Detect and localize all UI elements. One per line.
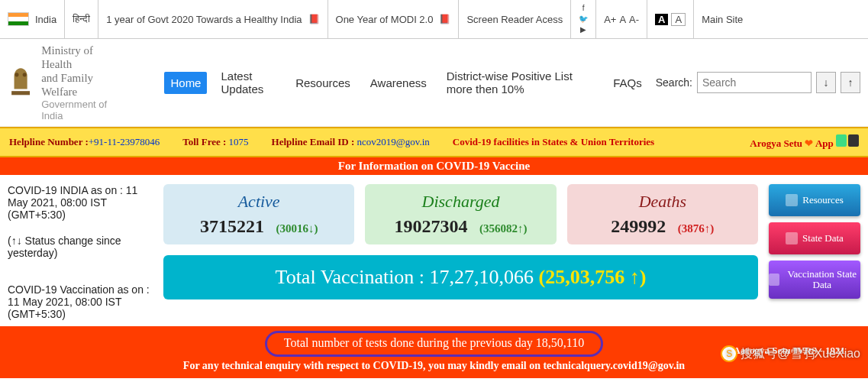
android-icon[interactable] [836,134,847,147]
footer-banner: Total number of tests done during the pr… [0,326,868,378]
syringe-icon [769,274,779,286]
arogya-setu-link[interactable]: Arogya Setu ❤ App [750,134,859,150]
deaths-card: Deaths 249992 (3876↑) [567,184,758,244]
nav-district-list[interactable]: District-wise Positive List more then 10… [440,65,599,100]
active-value: 3715221 [200,216,264,237]
country-label: India [35,14,56,25]
left-context-labels: COVID-19 INDIA as on : 11 May 2021, 08:0… [8,184,153,320]
discharged-heading: Discharged [374,192,547,212]
status-change-note: (↑↓ Status change since yesterday) [8,235,153,259]
vaccination-value: 17,27,10,066 [430,266,534,288]
vaccination-card: Total Vaccination : 17,27,10,066 (25,03,… [163,255,758,299]
main-site-link[interactable]: Main Site [694,0,750,38]
arogya-ivrs-label: Aarogya Setu IVRS - 1921 [734,345,845,357]
deaths-heading: Deaths [576,192,749,212]
main-nav: Home Latest Updates Resources Awareness … [164,65,647,100]
helpline-number: Helpline Number :+91-11-23978046 [9,136,160,148]
search-input[interactable] [697,72,812,93]
org-sub: Government of India [41,99,118,121]
discharged-card: Discharged 19027304 (356082↑) [365,184,556,244]
contrast-light-button[interactable]: A [671,13,686,26]
heart-icon: ❤ [805,138,813,149]
nav-home[interactable]: Home [164,72,207,94]
state-data-icon [786,232,798,244]
govt-year-link[interactable]: 1 year of Govt 2020 Towards a Healthy In… [98,0,328,38]
state-data-button[interactable]: State Data [769,222,860,254]
screen-reader-link[interactable]: Screen Reader Acess [459,0,571,38]
resources-button[interactable]: Resources [769,184,860,216]
contrast-dark-button[interactable]: A [655,14,668,25]
vaccination-delta: (25,03,756 ↑) [539,266,647,288]
asof-label: COVID-19 INDIA as on : 11 May 2021, 08:0… [8,184,153,221]
discharged-value: 19027304 [394,216,467,237]
active-delta: (30016↓) [276,222,318,235]
search-area: Search: ↓ ↑ [656,72,860,93]
technical-enquiry-note: For any technical enquiry with respect t… [8,360,860,372]
apple-icon[interactable] [848,134,859,147]
country-selector[interactable]: India [0,0,65,38]
vaccine-info-banner[interactable]: For Information on COVID-19 Vaccine [0,157,868,175]
deaths-delta: (3876↑) [678,222,715,235]
svg-point-2 [23,73,27,76]
org-title: Ministry of Health and Family Welfare Go… [41,44,118,121]
stats-row: Active 3715221 (30016↓) Discharged 19027… [163,184,758,244]
dashboard-main: COVID-19 INDIA as on : 11 May 2021, 08:0… [0,175,868,326]
scroll-up-button[interactable]: ↑ [841,72,860,93]
nav-latest-updates[interactable]: Latest Updates [215,65,282,100]
flag-india-icon [8,12,29,26]
app-store-icons[interactable] [836,134,859,147]
stats-container: Active 3715221 (30016↓) Discharged 19027… [163,184,758,320]
national-emblem-icon [8,62,34,104]
nav-awareness[interactable]: Awareness [364,72,433,94]
toll-free: Toll Free : 1075 [182,136,248,148]
helpline-bar: Helpline Number :+91-11-23978046 Toll Fr… [0,127,868,157]
utility-bar: India हिन्दी 1 year of Govt 2020 Towards… [0,0,868,39]
font-normal-button[interactable]: A [619,14,626,25]
vaccination-state-data-button[interactable]: Vaccination State Data [769,261,860,299]
deaths-value: 249992 [611,216,666,237]
font-size-tools: A+ A A- [596,0,647,38]
language-link[interactable]: हिन्दी [65,0,98,38]
site-header: Ministry of Health and Family Welfare Go… [0,39,868,127]
contrast-tools: A A [647,0,694,38]
svg-rect-0 [11,91,30,95]
search-label: Search: [656,76,692,89]
active-card: Active 3715221 (30016↓) [163,184,354,244]
resources-icon [786,194,798,206]
facilities-link[interactable]: Covid-19 facilities in States & Union Te… [453,136,654,148]
twitter-icon[interactable]: 🐦 [579,15,588,23]
resource-buttons: Resources State Data Vaccination State D… [769,184,860,320]
vaccination-label: Total Vaccination : [276,266,425,288]
active-heading: Active [173,192,345,212]
scroll-down-button[interactable]: ↓ [816,72,836,93]
nav-resources[interactable]: Resources [289,72,357,94]
social-links[interactable]: f 🐦 ▶ [571,0,596,38]
youtube-icon[interactable]: ▶ [580,26,586,34]
vaccination-asof-label: COVID-19 Vaccination as on : 11 May 2021… [8,283,153,320]
org-line1: Ministry of Health [41,44,118,71]
nav-faqs[interactable]: FAQs [607,72,648,94]
helpline-email: Helpline Email ID : ncov2019@gov.in [272,136,430,148]
facebook-icon[interactable]: f [582,5,585,12]
modi-year-link[interactable]: One Year of MODI 2.0 [328,0,460,38]
font-increase-button[interactable]: A+ [604,14,616,25]
svg-point-1 [15,73,18,76]
tests-previous-day: Total number of tests done during the pr… [265,331,603,357]
discharged-delta: (356082↑) [479,222,528,235]
font-decrease-button[interactable]: A- [629,14,639,25]
org-line2: and Family Welfare [41,71,118,99]
